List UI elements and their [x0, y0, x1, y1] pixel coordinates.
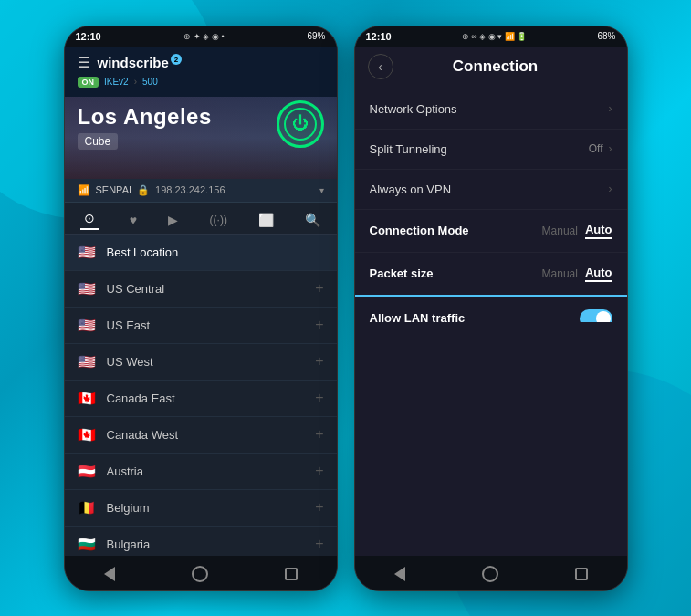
list-item-canada-east[interactable]: 🇨🇦 Canada East + [65, 381, 337, 417]
back-button[interactable]: ‹ [368, 54, 393, 79]
list-item-us-east[interactable]: 🇺🇸 US East + [65, 308, 337, 344]
battery-2: 68% [597, 31, 615, 41]
nav-home-button-1[interactable] [191, 565, 209, 583]
wifi-icon: 📶 [78, 184, 90, 196]
phone-nav-bar-2 [355, 556, 627, 590]
server-name: Cube [78, 133, 119, 150]
flag-us-west: 🇺🇸 [78, 353, 98, 371]
always-on-vpn-chevron-icon: › [609, 183, 612, 195]
packet-size-label: Packet size [370, 266, 542, 280]
nav-bar: ☰ windscribe2 [78, 54, 324, 71]
flag-belgium: 🇧🇪 [78, 499, 98, 517]
status-bar-2: 12:10 ⊕ ∞ ◈ ◉ ▾ 📶 🔋 68% [355, 26, 627, 47]
location-tab-icon: ⊙ [84, 211, 95, 225]
tabs-bar: ⊙ ♥ ▶ ((·)) ⬜ 🔍 [65, 203, 337, 235]
add-us-central[interactable]: + [315, 280, 323, 297]
nav-recents-button-1[interactable] [282, 565, 300, 583]
time-2: 12:10 [366, 31, 392, 42]
settings-network-options[interactable]: Network Options › [355, 89, 627, 130]
location-name-belgium: Belgium [107, 501, 316, 515]
hamburger-icon[interactable]: ☰ [78, 54, 90, 71]
connection-mode-options: Manual Auto [542, 223, 612, 239]
list-item-austria[interactable]: 🇦🇹 Austria + [65, 454, 337, 490]
add-austria[interactable]: + [315, 463, 323, 479]
separator: › [134, 77, 137, 87]
protocol-badge: IKEv2 [104, 77, 129, 87]
packet-size-options: Manual Auto [542, 266, 612, 282]
page-title: Connection [403, 57, 589, 76]
nav-recents-button-2[interactable] [572, 565, 591, 583]
split-tunneling-label: Split Tunneling [370, 142, 589, 156]
split-tunneling-value: Off [589, 142, 603, 155]
hero-section: Los Angeles Cube ⏻ [65, 97, 337, 179]
location-name-best: Best Location [107, 245, 324, 259]
flag-bulgaria: 🇧🇬 [78, 536, 98, 553]
list-item-us-central[interactable]: 🇺🇸 US Central + [65, 271, 337, 308]
settings-split-tunneling[interactable]: Split Tunneling Off › [355, 130, 627, 170]
network-chevron[interactable]: ▾ [319, 185, 324, 195]
add-us-west[interactable]: + [315, 353, 323, 370]
list-item-belgium[interactable]: 🇧🇪 Belgium + [65, 490, 337, 527]
search-icon[interactable]: 🔍 [305, 213, 320, 227]
network-bar: 📶 SENPAI 🔒 198.23.242.156 ▾ [65, 179, 337, 203]
split-tunneling-chevron-icon: › [609, 142, 612, 155]
tab-favorites-icon[interactable]: ♥ [130, 213, 137, 227]
tab-stream-icon[interactable]: ▶ [168, 213, 178, 227]
back-icon-2 [394, 567, 405, 581]
nav-home-button-2[interactable] [481, 565, 499, 583]
network-options-label: Network Options [370, 102, 609, 116]
location-name-us-west: US West [107, 355, 316, 369]
allow-lan-toggle[interactable] [580, 309, 612, 323]
list-item-us-west[interactable]: 🇺🇸 US West + [65, 344, 337, 381]
status-icons-2: ⊕ ∞ ◈ ◉ ▾ 📶 🔋 [462, 32, 527, 41]
flag-us-best: 🇺🇸 [78, 244, 98, 261]
packet-size-manual[interactable]: Manual [542, 267, 578, 280]
settings-allow-lan[interactable]: Allow LAN traffic [355, 297, 627, 323]
location-name-us-east: US East [107, 318, 316, 332]
location-name-bulgaria: Bulgaria [107, 538, 316, 551]
app-logo: windscribe2 [98, 54, 182, 70]
list-item-bulgaria[interactable]: 🇧🇬 Bulgaria + [65, 527, 337, 556]
settings-connection-mode[interactable]: Connection Mode Manual Auto [355, 210, 627, 253]
status-bar-1: 12:10 ⊕ ✦ ◈ ◉ • 69% [65, 26, 337, 47]
always-on-vpn-label: Always on VPN [370, 183, 609, 196]
connection-bar: ON IKEv2 › 500 [78, 77, 324, 88]
location-name-canada-west: Canada West [107, 428, 316, 442]
back-icon-1 [104, 567, 115, 581]
connection-mode-manual[interactable]: Manual [542, 224, 578, 237]
nav-back-button-1[interactable] [100, 565, 119, 583]
city-name: Los Angeles [78, 104, 324, 130]
tab-ping-icon[interactable]: ((·)) [210, 214, 227, 226]
location-list: 🇺🇸 Best Location 🇺🇸 US Central + 🇺🇸 US E… [65, 235, 337, 556]
settings-always-on-vpn[interactable]: Always on VPN › [355, 170, 627, 210]
nav-back-button-2[interactable] [391, 565, 409, 583]
flag-canada-east: 🇨🇦 [78, 390, 98, 407]
settings-packet-size[interactable]: Packet size Manual Auto [355, 253, 627, 297]
flag-us-central: 🇺🇸 [78, 280, 98, 298]
ip-address: 198.23.242.156 [155, 184, 225, 195]
list-item-best[interactable]: 🇺🇸 Best Location [65, 235, 337, 271]
add-canada-east[interactable]: + [315, 390, 323, 406]
connection-mode-label: Connection Mode [370, 224, 542, 237]
hero-content: Los Angeles Cube [78, 104, 324, 150]
add-belgium[interactable]: + [315, 499, 323, 516]
phone-nav-bar-1 [65, 556, 337, 590]
connection-header: ‹ Connection [355, 47, 627, 89]
settings-spacer [355, 322, 627, 556]
allow-lan-toggle-knob [596, 311, 611, 323]
battery-1: 69% [307, 31, 325, 41]
list-item-canada-west[interactable]: 🇨🇦 Canada West + [65, 417, 337, 454]
home-icon-1 [192, 566, 208, 582]
tab-location[interactable]: ⊙ [80, 210, 99, 230]
time-1: 12:10 [76, 31, 101, 42]
add-canada-west[interactable]: + [315, 426, 323, 443]
home-icon-2 [482, 566, 498, 582]
tab-static-icon[interactable]: ⬜ [258, 213, 274, 227]
flag-us-east: 🇺🇸 [78, 317, 98, 334]
packet-size-auto[interactable]: Auto [585, 266, 612, 282]
add-us-east[interactable]: + [315, 317, 323, 333]
add-bulgaria[interactable]: + [315, 536, 323, 552]
connection-mode-auto[interactable]: Auto [585, 223, 612, 239]
location-name-us-central: US Central [107, 282, 316, 296]
phone2: 12:10 ⊕ ∞ ◈ ◉ ▾ 📶 🔋 68% ‹ Connection Net… [354, 26, 628, 591]
